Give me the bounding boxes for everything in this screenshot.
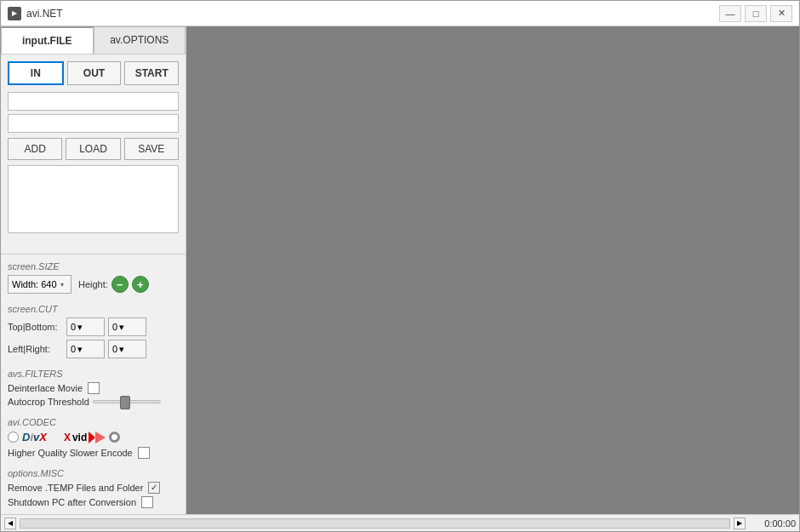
shutdown-label: Shutdown PC after Conversion <box>8 497 136 507</box>
xvid-radio-button[interactable] <box>109 432 120 443</box>
io-buttons-group: IN OUT START <box>1 54 186 92</box>
status-bar: ◀ ▶ 0:00:00 <box>1 514 799 531</box>
right-cut-dropdown[interactable]: 0 ▾ <box>108 340 146 358</box>
minimize-button[interactable]: — <box>719 5 741 22</box>
file-path-input[interactable] <box>8 92 179 111</box>
higher-quality-label: Higher Quality Slower Encode <box>8 448 133 458</box>
right-cut-arrow: ▾ <box>119 344 124 355</box>
divider-1 <box>1 254 186 255</box>
save-button[interactable]: SAVE <box>124 138 179 160</box>
xvid-radio-group: Xvid <box>64 432 120 443</box>
screen-size-section: screen.SIZE Width: 640 ▾ Height: − + <box>1 258 186 300</box>
scroll-right-button[interactable]: ▶ <box>734 518 746 529</box>
deinterlace-checkbox[interactable] <box>88 382 100 394</box>
shutdown-checkbox[interactable] <box>141 496 153 508</box>
height-label: Height: <box>78 279 108 289</box>
autocrop-slider-track <box>93 400 161 403</box>
top-bottom-label: Top|Bottom: <box>8 322 63 332</box>
out-button[interactable]: OUT <box>67 61 122 85</box>
top-cut-dropdown[interactable]: 0 ▾ <box>66 317 105 336</box>
add-button[interactable]: ADD <box>8 138 62 160</box>
app-icon: ▶ <box>8 7 21 20</box>
width-dropdown-arrow: ▾ <box>60 281 64 289</box>
divx-logo: DivX <box>22 431 47 443</box>
screen-cut-title: screen.CUT <box>8 304 179 314</box>
higher-quality-row: Higher Quality Slower Encode <box>8 447 179 459</box>
bottom-cut-value: 0 <box>112 322 117 332</box>
options-misc-section: options.MISC Remove .TEMP Files and Fold… <box>1 465 186 514</box>
app-title: avi.NET <box>26 8 63 20</box>
avi-codec-title: avi.CODEC <box>8 417 179 427</box>
tab-av-options[interactable]: av.OPTIONS <box>94 26 186 54</box>
output-path-input[interactable] <box>8 114 179 133</box>
higher-quality-checkbox[interactable] <box>138 447 150 459</box>
maximize-button[interactable]: □ <box>745 5 767 22</box>
codec-row: DivX Xvid <box>8 431 179 443</box>
deinterlace-label: Deinterlace Movie <box>8 383 83 393</box>
xvid-logo: Xvid <box>64 432 106 443</box>
avs-filters-section: avs.FILTERS Deinterlace Movie Autocrop T… <box>1 365 186 414</box>
deinterlace-row: Deinterlace Movie <box>8 382 179 394</box>
autocrop-label: Autocrop Threshold <box>8 397 89 407</box>
autocrop-slider-thumb[interactable] <box>120 396 130 409</box>
window-controls: — □ ✕ <box>719 5 792 22</box>
top-cut-arrow: ▾ <box>77 322 83 333</box>
left-right-row: Left|Right: 0 ▾ 0 ▾ <box>8 340 179 358</box>
bottom-cut-dropdown[interactable]: 0 ▾ <box>108 317 146 336</box>
divx-radio-group: DivX <box>8 431 47 443</box>
left-cut-dropdown[interactable]: 0 ▾ <box>66 340 105 358</box>
left-right-label: Left|Right: <box>8 344 63 354</box>
close-button[interactable]: ✕ <box>770 5 792 22</box>
tab-bar: input.FILE av.OPTIONS <box>1 26 186 54</box>
xvid-logo-graphic <box>89 432 106 443</box>
options-misc-title: options.MISC <box>8 468 179 478</box>
top-bottom-row: Top|Bottom: 0 ▾ 0 ▾ <box>8 317 179 336</box>
remove-temp-checkbox[interactable] <box>148 482 160 494</box>
autocrop-slider-container <box>93 400 161 403</box>
screen-cut-section: screen.CUT Top|Bottom: 0 ▾ 0 ▾ Left|Righ… <box>1 300 186 365</box>
file-list-container <box>8 165 179 243</box>
start-button[interactable]: START <box>124 61 179 85</box>
input-fields <box>1 92 186 133</box>
width-dropdown[interactable]: Width: 640 ▾ <box>8 275 71 294</box>
screen-size-row: Width: 640 ▾ Height: − + <box>8 275 179 294</box>
left-panel: input.FILE av.OPTIONS IN OUT START ADD L… <box>1 26 186 514</box>
time-display: 0:00:00 <box>749 518 796 529</box>
remove-temp-label: Remove .TEMP Files and Folder <box>8 483 143 493</box>
load-button[interactable]: LOAD <box>66 138 120 160</box>
shutdown-row: Shutdown PC after Conversion <box>8 496 179 508</box>
left-cut-value: 0 <box>71 344 76 354</box>
right-cut-value: 0 <box>112 344 117 354</box>
remove-temp-row: Remove .TEMP Files and Folder <box>8 482 179 494</box>
main-content: input.FILE av.OPTIONS IN OUT START ADD L… <box>1 26 799 514</box>
tab-input-file[interactable]: input.FILE <box>1 26 94 54</box>
bottom-cut-arrow: ▾ <box>119 322 124 333</box>
height-increase-button[interactable]: + <box>132 276 149 293</box>
scroll-left-button[interactable]: ◀ <box>4 518 16 529</box>
file-list-textarea[interactable] <box>8 165 179 233</box>
svg-marker-1 <box>95 432 106 443</box>
app-window: ▶ avi.NET — □ ✕ input.FILE av.OPTIONS IN… <box>0 0 800 532</box>
screen-size-title: screen.SIZE <box>8 261 179 272</box>
video-preview-panel <box>186 26 799 514</box>
in-button[interactable]: IN <box>8 61 64 85</box>
divx-radio-button[interactable] <box>8 432 19 443</box>
title-bar: ▶ avi.NET — □ ✕ <box>1 1 799 26</box>
avi-codec-section: avi.CODEC DivX Xvid <box>1 414 186 465</box>
file-buttons-group: ADD LOAD SAVE <box>1 133 186 165</box>
avs-filters-title: avs.FILTERS <box>8 369 179 379</box>
top-cut-value: 0 <box>71 322 76 332</box>
left-cut-arrow: ▾ <box>77 344 83 355</box>
width-value: Width: 640 <box>12 279 57 289</box>
progress-bar[interactable] <box>20 518 730 529</box>
svg-marker-0 <box>89 432 95 443</box>
autocrop-row: Autocrop Threshold <box>8 397 179 407</box>
height-decrease-button[interactable]: − <box>111 276 129 293</box>
